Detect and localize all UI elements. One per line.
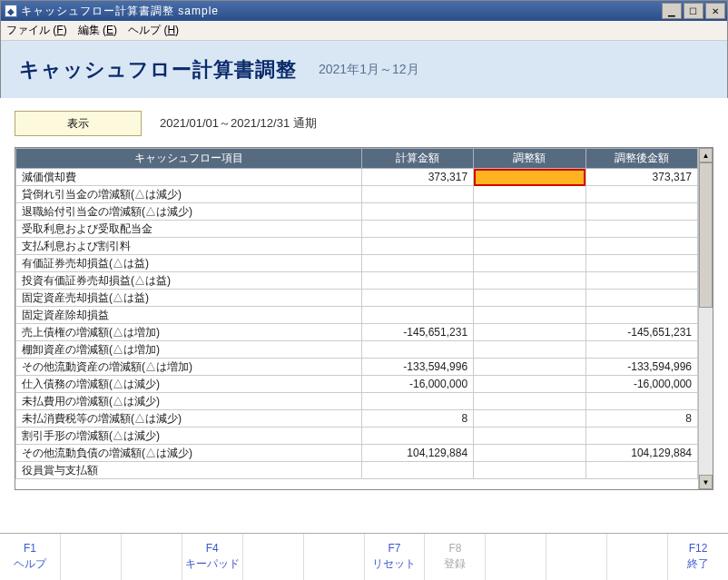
- table-row[interactable]: 投資有価証券売却損益(△は益): [16, 272, 698, 290]
- scroll-down-button[interactable]: ▼: [699, 475, 713, 489]
- cell-adj[interactable]: [474, 359, 585, 376]
- content: 表示 2021/01/01～2021/12/31 通期 キャッシュフロー項目 計…: [0, 98, 728, 533]
- cell-adj[interactable]: [474, 376, 585, 393]
- col-item: キャッシュフロー項目: [16, 149, 362, 169]
- toolbar: 表示 2021/01/01～2021/12/31 通期: [15, 111, 713, 136]
- menu-help-u: H: [167, 24, 175, 36]
- f1-button[interactable]: F1 ヘルプ: [0, 534, 61, 580]
- cell-adj[interactable]: [474, 428, 585, 445]
- cell-item: 役員賞与支払額: [16, 462, 362, 479]
- cell-calc: [361, 255, 473, 272]
- cell-item: 割引手形の増減額(△は減少): [16, 428, 362, 445]
- menu-file-label: ファイル (: [6, 24, 56, 36]
- menu-edit-close: ): [113, 24, 117, 36]
- cell-after: [585, 186, 697, 203]
- cell-adj[interactable]: [474, 324, 585, 341]
- cell-adj[interactable]: [474, 169, 585, 186]
- cell-after: [585, 255, 697, 272]
- menu-file-close: ): [64, 24, 67, 36]
- cell-item: 有価証券売却損益(△は益): [16, 255, 362, 272]
- cell-item: 固定資産除却損益: [16, 307, 362, 324]
- cell-adj[interactable]: [474, 445, 585, 462]
- cell-item: その他流動資産の増減額(△は増加): [16, 359, 362, 376]
- table-container: キャッシュフロー項目 計算金額 調整額 調整後金額 減価償却費373,31737…: [15, 147, 713, 490]
- f12-button[interactable]: F12 終了: [668, 534, 728, 580]
- cell-adj[interactable]: [474, 186, 585, 203]
- cell-item: 棚卸資産の増減額(△は増加): [16, 341, 362, 359]
- cell-after: [585, 341, 697, 359]
- table-row[interactable]: 固定資産売却損益(△は益): [16, 290, 698, 307]
- f4-button[interactable]: F4 キーパッド: [182, 534, 243, 580]
- scroll-thumb[interactable]: [699, 162, 713, 308]
- menu-edit[interactable]: 編集 (E): [78, 23, 117, 38]
- app-icon: ◆: [5, 5, 17, 17]
- cell-after: 104,129,884: [585, 445, 697, 462]
- table-row[interactable]: 退職給付引当金の増減額(△は減少): [16, 203, 698, 221]
- cell-adj[interactable]: [474, 203, 585, 221]
- menu-help-label: ヘルプ (: [128, 24, 167, 36]
- cell-adj[interactable]: [474, 255, 585, 272]
- table-row[interactable]: 棚卸資産の増減額(△は増加): [16, 341, 698, 359]
- f5-slot: [243, 534, 304, 580]
- cell-adj[interactable]: [474, 307, 585, 324]
- f7-button[interactable]: F7 リセット: [365, 534, 426, 580]
- table-row[interactable]: その他流動負債の増減額(△は減少)104,129,884104,129,884: [16, 445, 698, 462]
- menu-bar: ファイル (F) 編集 (E) ヘルプ (H): [1, 21, 727, 41]
- f3-slot: [122, 534, 182, 580]
- f7-label: リセット: [372, 556, 416, 572]
- table-row[interactable]: 未払消費税等の増減額(△は減少)88: [16, 410, 698, 428]
- cell-calc: [361, 186, 473, 203]
- table-row[interactable]: 役員賞与支払額: [16, 462, 698, 479]
- table-row[interactable]: 未払費用の増減額(△は減少): [16, 393, 698, 410]
- menu-help[interactable]: ヘルプ (H): [128, 23, 179, 38]
- period-label: 2021年1月～12月: [319, 62, 419, 78]
- f7-key: F7: [388, 542, 400, 555]
- cell-adj[interactable]: [474, 341, 585, 359]
- cell-calc: [361, 272, 473, 290]
- cell-adj[interactable]: [474, 238, 585, 255]
- table-row[interactable]: 固定資産除却損益: [16, 307, 698, 324]
- cell-calc: 8: [361, 410, 473, 428]
- cell-after: 8: [585, 410, 697, 428]
- table-row[interactable]: 減価償却費373,317373,317: [16, 169, 698, 186]
- cell-adj[interactable]: [474, 462, 585, 479]
- cell-item: 未払消費税等の増減額(△は減少): [16, 410, 362, 428]
- cell-adj[interactable]: [474, 410, 585, 428]
- table-row[interactable]: その他流動資産の増減額(△は増加)-133,594,996-133,594,99…: [16, 359, 698, 376]
- cell-item: 投資有価証券売却損益(△は益): [16, 272, 362, 290]
- cell-calc: [361, 341, 473, 359]
- cell-adj[interactable]: [474, 221, 585, 238]
- cell-adj[interactable]: [474, 393, 585, 410]
- scroll-up-button[interactable]: ▲: [699, 148, 713, 162]
- cell-calc: -145,651,231: [361, 324, 473, 341]
- show-button[interactable]: 表示: [15, 111, 142, 136]
- cell-after: [585, 272, 697, 290]
- f12-label: 終了: [687, 556, 709, 572]
- table-row[interactable]: 割引手形の増減額(△は減少): [16, 428, 698, 445]
- cell-item: 仕入債務の増減額(△は減少): [16, 376, 362, 393]
- menu-file[interactable]: ファイル (F): [6, 23, 67, 38]
- table-row[interactable]: 受取利息および受取配当金: [16, 221, 698, 238]
- scroll-track[interactable]: [699, 162, 713, 475]
- table-row[interactable]: 仕入債務の増減額(△は減少)-16,000,000-16,000,000: [16, 376, 698, 393]
- f8-label: 登録: [444, 556, 466, 572]
- cashflow-table: キャッシュフロー項目 計算金額 調整額 調整後金額 減価償却費373,31737…: [15, 148, 698, 479]
- cell-item: 退職給付引当金の増減額(△は減少): [16, 203, 362, 221]
- col-calc: 計算金額: [361, 149, 473, 169]
- cell-calc: -133,594,996: [361, 359, 473, 376]
- vertical-scrollbar[interactable]: ▲ ▼: [698, 148, 713, 489]
- f1-key: F1: [24, 542, 36, 555]
- cell-item: 貸倒れ引当金の増減額(△は減少): [16, 186, 362, 203]
- table-row[interactable]: 売上債権の増減額(△は増加)-145,651,231-145,651,231: [16, 324, 698, 341]
- cell-after: -16,000,000: [585, 376, 697, 393]
- cell-calc: 373,317: [361, 169, 473, 186]
- cell-adj[interactable]: [474, 272, 585, 290]
- table-row[interactable]: 有価証券売却損益(△は益): [16, 255, 698, 272]
- maximize-button[interactable]: ☐: [684, 3, 703, 19]
- cell-adj[interactable]: [474, 290, 585, 307]
- table-row[interactable]: 支払利息および割引料: [16, 238, 698, 255]
- cell-calc: [361, 307, 473, 324]
- close-button[interactable]: ✕: [705, 3, 725, 19]
- minimize-button[interactable]: ▁: [662, 3, 682, 19]
- table-row[interactable]: 貸倒れ引当金の増減額(△は減少): [16, 186, 698, 203]
